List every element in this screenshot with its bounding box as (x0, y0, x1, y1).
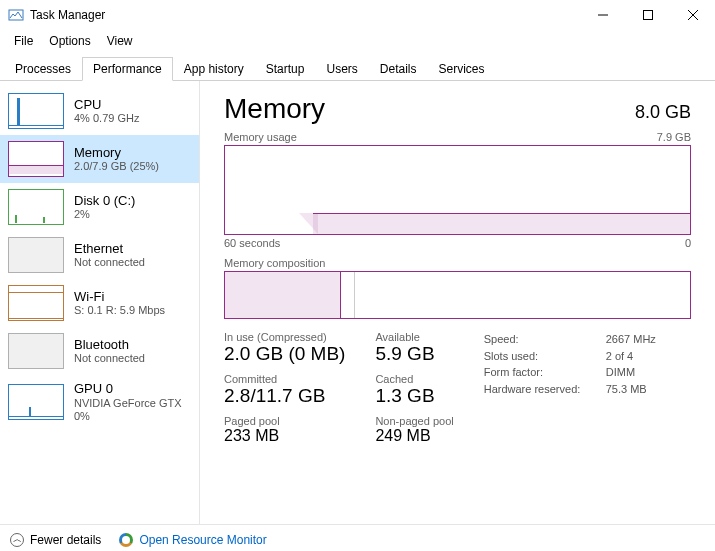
composition-label: Memory composition (224, 257, 325, 269)
sidebar-label: Bluetooth (74, 337, 145, 353)
menu-bar: File Options View (0, 30, 715, 52)
memory-usage-chart[interactable] (224, 145, 691, 235)
menu-view[interactable]: View (101, 32, 139, 50)
title-bar: Task Manager (0, 0, 715, 30)
detail-capacity: 8.0 GB (635, 102, 691, 123)
detail-pane: Memory 8.0 GB Memory usage 7.9 GB 60 sec… (200, 81, 715, 524)
sidebar-sub: 4% 0.79 GHz (74, 112, 139, 125)
menu-options[interactable]: Options (43, 32, 96, 50)
stat-nonpaged: Non-paged pool 249 MB (375, 415, 453, 445)
composition-chart-header: Memory composition (224, 257, 691, 269)
svg-rect-2 (643, 11, 652, 20)
stat-cached: Cached 1.3 GB (375, 373, 453, 407)
sidebar-item-wifi[interactable]: Wi-Fi S: 0.1 R: 5.9 Mbps (0, 279, 199, 327)
memory-sparkline-icon (8, 141, 64, 177)
app-icon (8, 7, 24, 23)
usage-label: Memory usage (224, 131, 297, 143)
stat-paged: Paged pool 233 MB (224, 415, 345, 445)
sidebar-sub: 2% (74, 208, 135, 221)
sidebar-sub: 0% (74, 410, 182, 423)
detail-title: Memory (224, 93, 325, 125)
detail-header: Memory 8.0 GB (224, 93, 691, 125)
stat-available: Available 5.9 GB (375, 331, 453, 365)
memory-composition-chart[interactable] (224, 271, 691, 319)
sidebar: CPU 4% 0.79 GHz Memory 2.0/7.9 GB (25%) … (0, 81, 200, 524)
sidebar-item-ethernet[interactable]: Ethernet Not connected (0, 231, 199, 279)
fewer-details-button[interactable]: ︿ Fewer details (10, 533, 101, 547)
sidebar-sub: Not connected (74, 352, 145, 365)
footer: ︿ Fewer details Open Resource Monitor (0, 524, 715, 551)
cpu-sparkline-icon (8, 93, 64, 129)
sidebar-item-bluetooth[interactable]: Bluetooth Not connected (0, 327, 199, 375)
usage-chart-xaxis: 60 seconds 0 (224, 237, 691, 249)
main-content: CPU 4% 0.79 GHz Memory 2.0/7.9 GB (25%) … (0, 81, 715, 524)
sidebar-label: CPU (74, 97, 139, 113)
spec-column: Speed:2667 MHz Slots used:2 of 4 Form fa… (484, 331, 656, 445)
sidebar-label: Wi-Fi (74, 289, 165, 305)
maximize-button[interactable] (625, 0, 670, 30)
sidebar-sub: S: 0.1 R: 5.9 Mbps (74, 304, 165, 317)
tab-details[interactable]: Details (369, 57, 428, 81)
tab-processes[interactable]: Processes (4, 57, 82, 81)
sidebar-sub: Not connected (74, 256, 145, 269)
disk-sparkline-icon (8, 189, 64, 225)
x-right: 0 (685, 237, 691, 249)
usage-max: 7.9 GB (657, 131, 691, 143)
resource-monitor-icon (119, 533, 133, 547)
wifi-sparkline-icon (8, 285, 64, 321)
chevron-up-icon: ︿ (10, 533, 24, 547)
tab-startup[interactable]: Startup (255, 57, 316, 81)
stat-committed: Committed 2.8/11.7 GB (224, 373, 345, 407)
menu-file[interactable]: File (8, 32, 39, 50)
tab-apphistory[interactable]: App history (173, 57, 255, 81)
usage-chart-header: Memory usage 7.9 GB (224, 131, 691, 143)
sidebar-label: Memory (74, 145, 159, 161)
sidebar-item-disk[interactable]: Disk 0 (C:) 2% (0, 183, 199, 231)
stats-grid: In use (Compressed) 2.0 GB (0 MB) Commit… (224, 331, 691, 445)
ethernet-sparkline-icon (8, 237, 64, 273)
tab-performance[interactable]: Performance (82, 57, 173, 81)
bluetooth-sparkline-icon (8, 333, 64, 369)
sidebar-label: Ethernet (74, 241, 145, 257)
sidebar-sub: NVIDIA GeForce GTX (74, 397, 182, 410)
open-resource-monitor-link[interactable]: Open Resource Monitor (119, 533, 266, 547)
tab-users[interactable]: Users (315, 57, 368, 81)
x-left: 60 seconds (224, 237, 280, 249)
tab-bar: Processes Performance App history Startu… (0, 56, 715, 81)
gpu-sparkline-icon (8, 384, 64, 420)
close-button[interactable] (670, 0, 715, 30)
window-buttons (580, 0, 715, 30)
sidebar-item-memory[interactable]: Memory 2.0/7.9 GB (25%) (0, 135, 199, 183)
tab-services[interactable]: Services (428, 57, 496, 81)
minimize-button[interactable] (580, 0, 625, 30)
sidebar-item-cpu[interactable]: CPU 4% 0.79 GHz (0, 87, 199, 135)
sidebar-item-gpu[interactable]: GPU 0 NVIDIA GeForce GTX 0% (0, 375, 199, 429)
window-title: Task Manager (30, 8, 580, 22)
sidebar-label: Disk 0 (C:) (74, 193, 135, 209)
stat-inuse: In use (Compressed) 2.0 GB (0 MB) (224, 331, 345, 365)
sidebar-label: GPU 0 (74, 381, 182, 397)
sidebar-sub: 2.0/7.9 GB (25%) (74, 160, 159, 173)
